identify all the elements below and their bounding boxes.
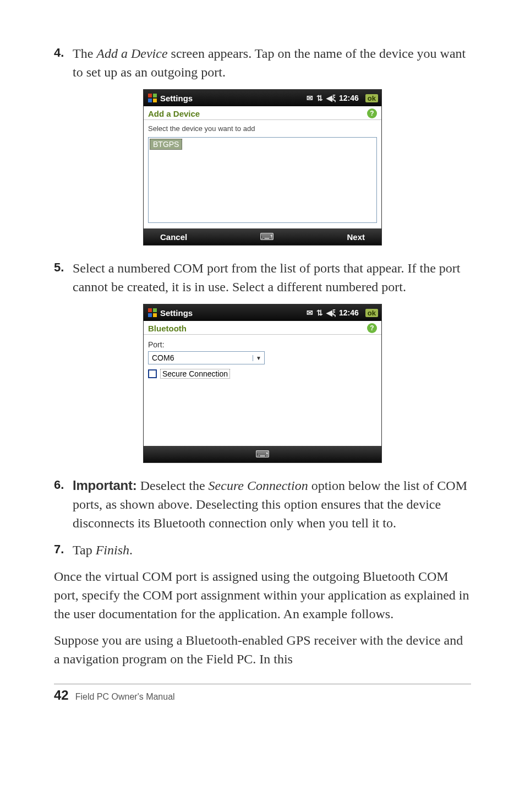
help-icon-2[interactable]: ? (367, 323, 377, 333)
step-4-text-italic: Add a Device (96, 46, 167, 61)
step-6-number: 6. (54, 476, 73, 532)
help-icon[interactable]: ? (367, 108, 377, 118)
screen-subheader-2: Bluetooth ? (144, 321, 381, 335)
notification-icon[interactable]: ✉ (307, 94, 313, 102)
port-label: Port: (148, 340, 377, 349)
svg-rect-3 (153, 99, 157, 102)
connectivity-icon-2[interactable]: ⇅ (316, 308, 323, 317)
book-title: Field PC Owner's Manual (75, 692, 175, 702)
paragraph-2: Suppose you are using a Bluetooth-enable… (54, 631, 471, 668)
step-7-b: . (129, 543, 133, 557)
ok-button[interactable]: ok (365, 94, 378, 102)
keyboard-icon-2[interactable]: ⌨ (255, 448, 270, 460)
svg-rect-6 (148, 313, 152, 317)
step-4-number: 4. (54, 44, 73, 81)
system-tray: ✉ ⇅ ◀ξ 12:46 ok (307, 94, 378, 102)
step-4-item: 4. The Add a Device screen appears. Tap … (54, 44, 471, 81)
screenshot-2-wrap: Settings ✉ ⇅ ◀ξ 12:46 ok Bluetooth ? Por… (54, 304, 471, 463)
step-5-item: 5. Select a numbered COM port from the l… (54, 259, 471, 296)
svg-rect-4 (148, 308, 152, 312)
softkey-bar-2: ⌨ (144, 446, 381, 462)
step-7-text: Tap Finish. (73, 541, 133, 559)
device-list[interactable]: BTGPS (148, 137, 377, 223)
chevron-down-icon[interactable]: ▼ (253, 355, 264, 361)
step-6-bold: Important: (73, 478, 137, 493)
clock: 12:46 (339, 94, 359, 102)
svg-rect-2 (148, 99, 152, 102)
taskbar-title-2: Settings (160, 308, 307, 318)
page-footer: 42 Field PC Owner's Manual (54, 684, 471, 703)
softkey-bar: Cancel ⌨ Next (144, 228, 381, 245)
screen-subheader: Add a Device ? (144, 106, 381, 120)
step-6-item: 6. Important: Deselect the Secure Connec… (54, 476, 471, 532)
secure-connection-row: Secure Connection (148, 369, 377, 379)
taskbar: Settings ✉ ⇅ ◀ξ 12:46 ok (144, 90, 381, 106)
svg-rect-7 (153, 313, 157, 317)
step-7-number: 7. (54, 541, 73, 559)
ok-button-2[interactable]: ok (365, 309, 378, 317)
step-7-italic: Finish (96, 543, 129, 557)
instruction-text: Select the device you want to add (148, 124, 377, 133)
screen-body-2: Port: COM6 ▼ Secure Connection (144, 335, 381, 446)
connectivity-icon[interactable]: ⇅ (316, 94, 323, 102)
keyboard-icon[interactable]: ⌨ (260, 231, 274, 243)
device-list-item-selected[interactable]: BTGPS (150, 139, 182, 150)
system-tray-2: ✉ ⇅ ◀ξ 12:46 ok (307, 308, 378, 317)
notification-icon-2[interactable]: ✉ (307, 308, 313, 317)
start-icon-2[interactable] (147, 307, 158, 318)
subheader-title: Add a Device (148, 109, 200, 118)
step-5-text: Select a numbered COM port from the list… (73, 259, 471, 296)
svg-rect-1 (153, 94, 157, 97)
step-7-a: Tap (73, 543, 96, 557)
secure-connection-label: Secure Connection (160, 369, 230, 379)
taskbar-title: Settings (160, 94, 307, 103)
step-7-item: 7. Tap Finish. (54, 541, 471, 559)
svg-rect-5 (153, 308, 157, 312)
page-number: 42 (54, 688, 69, 703)
secure-connection-checkbox[interactable] (148, 369, 157, 378)
screen-body: Select the device you want to add BTGPS (144, 120, 381, 228)
volume-icon[interactable]: ◀ξ (326, 94, 336, 102)
screenshot-bluetooth: Settings ✉ ⇅ ◀ξ 12:46 ok Bluetooth ? Por… (143, 304, 382, 463)
step-5-number: 5. (54, 259, 73, 296)
port-combobox[interactable]: COM6 ▼ (148, 351, 265, 364)
softkey-cancel[interactable]: Cancel (160, 232, 187, 242)
step-4-text: The Add a Device screen appears. Tap on … (73, 44, 471, 81)
ordered-steps-cont-6: 6. Important: Deselect the Secure Connec… (54, 476, 471, 559)
step-6-text: Important: Deselect the Secure Connectio… (73, 476, 471, 532)
volume-icon-2[interactable]: ◀ξ (326, 308, 336, 317)
start-icon[interactable] (147, 92, 158, 103)
page: 4. The Add a Device screen appears. Tap … (0, 0, 525, 812)
step-6-italic: Secure Connection (209, 478, 308, 493)
clock-2: 12:46 (339, 308, 359, 317)
subheader-title-2: Bluetooth (148, 324, 187, 333)
step-4-text-pre: The (73, 46, 96, 61)
screenshot-add-device: Settings ✉ ⇅ ◀ξ 12:46 ok Add a Device ? … (143, 89, 382, 246)
softkey-next[interactable]: Next (347, 232, 365, 242)
svg-rect-0 (148, 94, 152, 97)
paragraph-1: Once the virtual COM port is assigned us… (54, 567, 471, 623)
taskbar-2: Settings ✉ ⇅ ◀ξ 12:46 ok (144, 304, 381, 321)
screenshot-1-wrap: Settings ✉ ⇅ ◀ξ 12:46 ok Add a Device ? … (54, 89, 471, 246)
port-combobox-value: COM6 (149, 353, 253, 362)
step-6-a: Deselect the (137, 478, 209, 493)
ordered-steps: 4. The Add a Device screen appears. Tap … (54, 44, 471, 81)
ordered-steps-cont-5: 5. Select a numbered COM port from the l… (54, 259, 471, 296)
